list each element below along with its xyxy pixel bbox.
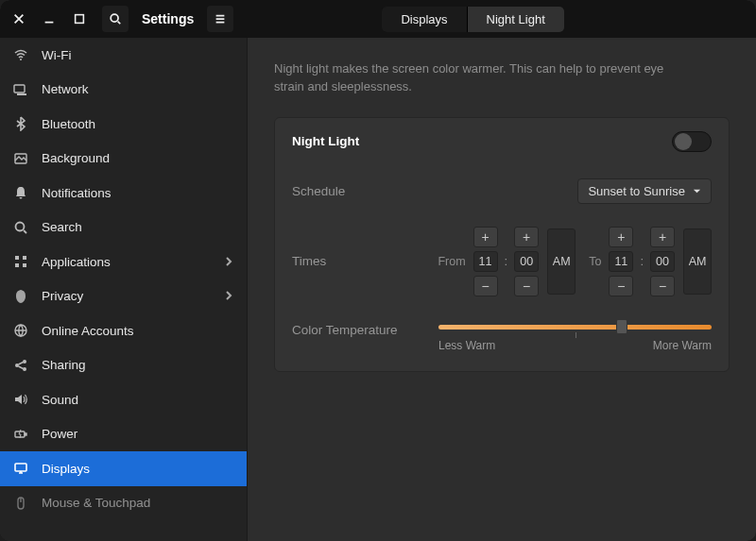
- svg-point-6: [16, 222, 25, 230]
- sidebar-item-online-accounts[interactable]: Online Accounts: [0, 313, 247, 348]
- sidebar-item-label: Sound: [42, 393, 78, 407]
- to-time-group: + 11 − : + 00 − AM: [609, 227, 712, 296]
- privacy-icon: [13, 289, 28, 304]
- sidebar-item-bluetooth[interactable]: Bluetooth: [0, 107, 247, 142]
- schedule-value: Sunset to Sunrise: [588, 184, 685, 198]
- sound-icon: [13, 392, 28, 407]
- online-accounts-icon: [13, 323, 28, 338]
- tab-switcher: Displays Night Light: [382, 7, 563, 32]
- sidebar-item-label: Bluetooth: [42, 117, 95, 131]
- to-min-stepper: + 00 −: [650, 227, 675, 296]
- search-button[interactable]: [102, 6, 129, 32]
- to-hour-stepper: + 11 −: [609, 227, 633, 296]
- schedule-dropdown[interactable]: Sunset to Sunrise: [577, 178, 712, 204]
- from-label: From: [438, 255, 465, 268]
- sidebar-item-label: Search: [42, 220, 82, 234]
- sidebar-item-power[interactable]: Power: [0, 417, 247, 452]
- to-hour-plus[interactable]: +: [609, 227, 633, 247]
- sidebar-item-background[interactable]: Background: [0, 142, 247, 177]
- sidebar: Wi-Fi Network Bluetooth Background Notif…: [0, 38, 248, 541]
- from-hour-minus[interactable]: −: [473, 276, 498, 296]
- night-light-panel: Night Light Schedule Sunset to Sunrise T…: [274, 117, 730, 372]
- schedule-label: Schedule: [292, 184, 345, 198]
- sidebar-item-displays[interactable]: Displays: [0, 451, 247, 486]
- to-min-value[interactable]: 00: [650, 251, 675, 272]
- tab-night-light[interactable]: Night Light: [467, 7, 564, 32]
- from-min-stepper: + 00 −: [514, 227, 539, 296]
- sidebar-item-label: Online Accounts: [42, 324, 134, 338]
- to-min-minus[interactable]: −: [650, 276, 675, 296]
- from-min-minus[interactable]: −: [514, 276, 539, 296]
- svg-rect-7: [15, 256, 19, 260]
- content-area: Night light makes the screen color warme…: [248, 38, 756, 541]
- tab-displays[interactable]: Displays: [382, 7, 466, 32]
- to-min-plus[interactable]: +: [650, 227, 675, 247]
- less-warm-label: Less Warm: [438, 339, 495, 352]
- to-hour-minus[interactable]: −: [609, 276, 633, 296]
- sidebar-item-sound[interactable]: Sound: [0, 382, 247, 417]
- sidebar-item-label: Mouse & Touchpad: [42, 496, 150, 510]
- applications-icon: [13, 254, 28, 269]
- displays-icon: [13, 461, 28, 476]
- from-ampm-stepper: AM: [547, 228, 576, 295]
- sidebar-item-search[interactable]: Search: [0, 211, 247, 245]
- from-hour-value[interactable]: 11: [473, 251, 498, 272]
- sidebar-item-privacy[interactable]: Privacy: [0, 279, 247, 314]
- search-icon: [13, 220, 28, 235]
- sidebar-item-sharing[interactable]: Sharing: [0, 348, 247, 383]
- from-min-plus[interactable]: +: [514, 227, 539, 247]
- sidebar-item-label: Power: [42, 427, 77, 441]
- svg-rect-10: [23, 263, 26, 267]
- from-hour-stepper: + 11 −: [473, 227, 498, 296]
- sidebar-item-label: Applications: [42, 255, 111, 269]
- svg-rect-17: [15, 464, 26, 471]
- sidebar-item-label: Background: [42, 151, 110, 165]
- bell-icon: [13, 185, 28, 200]
- to-ampm-value[interactable]: AM: [683, 228, 712, 295]
- mouse-icon: [13, 496, 28, 511]
- from-hour-plus[interactable]: +: [473, 227, 498, 247]
- wifi-icon: [13, 47, 28, 62]
- from-time-group: + 11 − : + 00 − AM: [473, 227, 576, 296]
- sidebar-item-applications[interactable]: Applications: [0, 245, 247, 279]
- from-ampm-value[interactable]: AM: [547, 228, 576, 295]
- svg-rect-4: [17, 93, 26, 95]
- close-button[interactable]: [6, 6, 32, 32]
- sidebar-item-label: Sharing: [42, 358, 86, 372]
- svg-point-13: [23, 360, 26, 363]
- to-hour-value[interactable]: 11: [609, 251, 633, 272]
- titlebar: Settings Displays Night Light: [0, 0, 756, 38]
- to-label: To: [589, 255, 601, 268]
- color-temp-slider-thumb[interactable]: [616, 319, 627, 334]
- chevron-right-icon: [224, 289, 233, 303]
- sidebar-item-label: Wi-Fi: [42, 48, 71, 62]
- bluetooth-icon: [13, 116, 28, 131]
- sidebar-item-mouse-touchpad[interactable]: Mouse & Touchpad: [0, 486, 247, 521]
- sidebar-item-label: Notifications: [42, 186, 112, 200]
- sidebar-item-notifications[interactable]: Notifications: [0, 176, 247, 211]
- svg-rect-9: [15, 263, 19, 267]
- sharing-icon: [13, 358, 28, 373]
- power-icon: [13, 427, 28, 442]
- chevron-right-icon: [224, 255, 233, 269]
- sidebar-item-label: Network: [42, 82, 89, 96]
- svg-point-14: [23, 367, 26, 371]
- app-title: Settings: [132, 11, 203, 26]
- night-light-toggle[interactable]: [672, 131, 712, 152]
- to-ampm-stepper: AM: [683, 228, 712, 295]
- times-label: Times: [292, 254, 326, 268]
- svg-point-1: [111, 14, 118, 22]
- minimize-button[interactable]: [36, 6, 62, 32]
- hamburger-menu-button[interactable]: [207, 6, 233, 32]
- from-min-value[interactable]: 00: [514, 251, 539, 272]
- night-light-description: Night light makes the screen color warme…: [274, 60, 671, 96]
- sidebar-item-network[interactable]: Network: [0, 73, 247, 108]
- sidebar-item-label: Privacy: [42, 289, 83, 303]
- sidebar-item-wifi[interactable]: Wi-Fi: [0, 38, 247, 73]
- svg-rect-8: [23, 256, 26, 260]
- maximize-button[interactable]: [66, 6, 93, 32]
- more-warm-label: More Warm: [653, 339, 712, 352]
- chevron-down-icon: [693, 187, 701, 195]
- svg-point-2: [20, 59, 22, 60]
- color-temp-slider-track[interactable]: [438, 325, 712, 330]
